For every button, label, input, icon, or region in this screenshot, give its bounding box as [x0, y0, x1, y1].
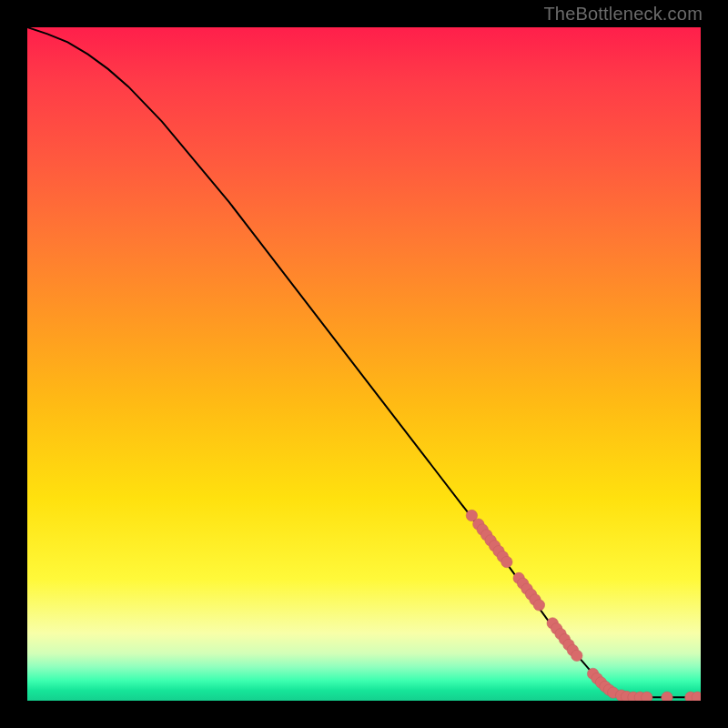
data-point — [642, 692, 652, 701]
data-point — [571, 650, 582, 661]
data-point — [533, 600, 544, 611]
data-points — [466, 510, 701, 701]
bottleneck-curve — [27, 27, 701, 697]
plot-area — [27, 27, 701, 701]
chart-overlay — [27, 27, 701, 701]
data-point — [662, 692, 672, 701]
chart-stage: TheBottleneck.com — [0, 0, 728, 728]
watermark-text: TheBottleneck.com — [543, 4, 703, 25]
data-point — [501, 556, 512, 567]
